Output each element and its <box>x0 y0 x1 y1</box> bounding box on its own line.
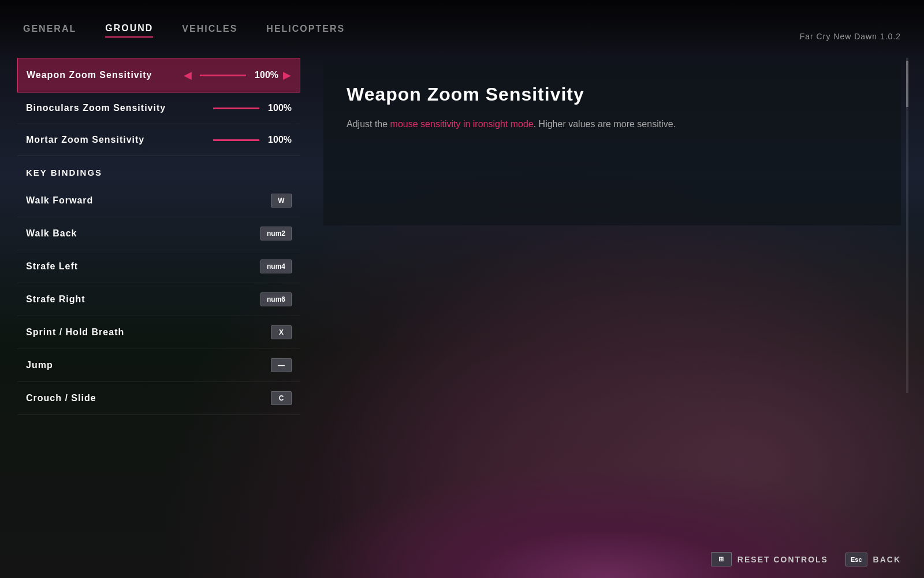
weapon-zoom-label: Weapon Zoom Sensitivity <box>27 70 184 80</box>
weapon-zoom-decrease[interactable]: ◀ <box>184 69 192 81</box>
keybind-strafe-left-key[interactable]: num4 <box>260 260 292 273</box>
nav-item-vehicles[interactable]: VEHICLES <box>182 21 237 37</box>
back-button[interactable]: Esc BACK <box>845 553 901 566</box>
keybind-strafe-left-label: Strafe Left <box>26 261 260 272</box>
reset-controls-button[interactable]: ⊞ RESET CONTROLS <box>711 552 828 566</box>
weapon-zoom-track[interactable] <box>200 75 246 76</box>
nav-item-general[interactable]: GENERAL <box>23 21 76 37</box>
keybind-strafe-right-label: Strafe Right <box>26 294 260 305</box>
binoculars-zoom-track[interactable] <box>213 108 259 109</box>
mortar-zoom-track[interactable] <box>213 139 259 141</box>
keybind-jump[interactable]: Jump — <box>17 349 300 382</box>
nav-item-helicopters[interactable]: HELICOPTERS <box>266 21 345 37</box>
binoculars-zoom-label: Binoculars Zoom Sensitivity <box>26 103 210 113</box>
keybind-walk-forward[interactable]: Walk Forward W <box>17 184 300 217</box>
keybind-crouch-key[interactable]: C <box>271 391 292 405</box>
keybind-walk-back-key[interactable]: num2 <box>260 227 292 240</box>
top-nav: GENERAL GROUND VEHICLES HELICOPTERS <box>0 0 924 58</box>
keybind-jump-key[interactable]: — <box>271 358 292 372</box>
keybind-walk-back-label: Walk Back <box>26 228 260 239</box>
nav-item-ground[interactable]: GROUND <box>105 20 153 38</box>
keybind-crouch[interactable]: Crouch / Slide C <box>17 382 300 415</box>
weapon-zoom-control: ◀ 100% ▶ <box>184 69 291 81</box>
keybind-strafe-right-key[interactable]: num6 <box>260 292 292 306</box>
keybind-sprint[interactable]: Sprint / Hold Breath X <box>17 316 300 349</box>
detail-desc-before: Adjust the <box>346 119 390 129</box>
keybind-crouch-label: Crouch / Slide <box>26 393 271 403</box>
left-panel: Weapon Zoom Sensitivity ◀ 100% ▶ Binocul… <box>17 58 300 578</box>
keybind-strafe-right[interactable]: Strafe Right num6 <box>17 283 300 316</box>
scroll-thumb[interactable] <box>906 61 908 107</box>
keybind-strafe-left[interactable]: Strafe Left num4 <box>17 250 300 283</box>
weapon-zoom-value: 100% <box>249 70 278 80</box>
weapon-zoom-fill <box>200 75 246 76</box>
keybind-walk-forward-label: Walk Forward <box>26 195 271 206</box>
scrollbar[interactable] <box>906 58 908 393</box>
mortar-zoom-fill <box>213 139 259 141</box>
keybind-sprint-label: Sprint / Hold Breath <box>26 327 271 338</box>
keybind-walk-forward-key[interactable]: W <box>271 194 292 208</box>
binoculars-zoom-control: 100% <box>210 103 292 113</box>
keybind-walk-back[interactable]: Walk Back num2 <box>17 217 300 250</box>
keybind-sprint-key[interactable]: X <box>271 325 292 339</box>
weapon-zoom-increase[interactable]: ▶ <box>283 69 291 81</box>
back-key-icon: Esc <box>845 553 867 566</box>
reset-label: RESET CONTROLS <box>737 555 828 564</box>
bottom-bar: ⊞ RESET CONTROLS Esc BACK <box>711 552 901 566</box>
mortar-zoom-label: Mortar Zoom Sensitivity <box>26 135 210 145</box>
setting-weapon-zoom[interactable]: Weapon Zoom Sensitivity ◀ 100% ▶ <box>17 58 300 92</box>
detail-panel: Weapon Zoom Sensitivity Adjust the mouse… <box>323 64 901 225</box>
detail-desc-highlight: mouse sensitivity in ironsight mode <box>390 119 534 129</box>
back-label: BACK <box>873 555 901 564</box>
setting-binoculars-zoom[interactable]: Binoculars Zoom Sensitivity 100% <box>17 92 300 124</box>
mortar-zoom-value: 100% <box>263 135 292 145</box>
binoculars-zoom-value: 100% <box>263 103 292 113</box>
detail-title: Weapon Zoom Sensitivity <box>346 84 878 105</box>
detail-desc-after: . Higher values are more sensitive. <box>534 119 676 129</box>
keybind-jump-label: Jump <box>26 360 271 370</box>
mortar-zoom-control: 100% <box>210 135 292 145</box>
setting-mortar-zoom[interactable]: Mortar Zoom Sensitivity 100% <box>17 124 300 156</box>
binoculars-zoom-fill <box>213 108 259 109</box>
detail-description: Adjust the mouse sensitivity in ironsigh… <box>346 117 878 132</box>
reset-key-icon: ⊞ <box>711 552 732 566</box>
key-bindings-header: KEY BINDINGS <box>17 156 300 184</box>
